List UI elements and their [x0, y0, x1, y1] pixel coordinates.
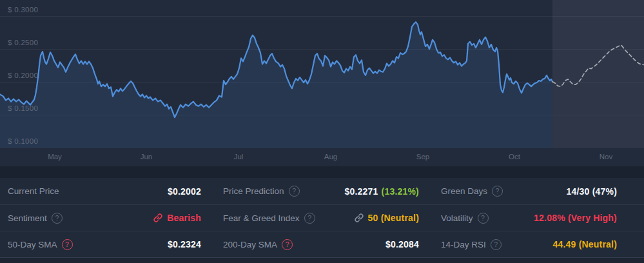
- stat-value: $0.2324: [168, 239, 201, 249]
- stat-label: 14-Day RSI ?: [441, 239, 502, 250]
- stat-label: 50-Day SMA ?: [8, 239, 73, 250]
- y-axis-label: $ 0.1500: [8, 104, 38, 112]
- stat-volatility: Volatility ? 12.08% (Very High): [441, 213, 617, 224]
- y-axis-label: $ 0.1000: [8, 137, 38, 145]
- stat-label-text: Current Price: [8, 186, 59, 196]
- stat-label-text: 50-Day SMA: [8, 240, 57, 249]
- crypto-price-widget: $ 0.3000$ 0.2500$ 0.2000$ 0.1500$ 0.1000…: [0, 0, 644, 263]
- stats-row-3: 50-Day SMA ? $0.2324 200-Day SMA ? $0.20…: [0, 231, 644, 257]
- x-axis-label: Aug: [324, 153, 337, 161]
- stat-value: 44.49 (Neutral): [553, 239, 617, 249]
- stat-value: $0.2271 (13.21%): [345, 186, 419, 197]
- stat-green-days: Green Days ? 14/30 (47%): [441, 186, 617, 197]
- prediction-change-value: (13.21%): [382, 186, 419, 197]
- stat-value: 14/30 (47%): [567, 186, 617, 197]
- stat-label: Current Price: [8, 186, 59, 196]
- volatility-value: 12.08% (Very High): [534, 213, 617, 223]
- stat-label: 200-Day SMA ?: [223, 239, 293, 250]
- sentiment-link[interactable]: Bearish: [153, 213, 201, 223]
- x-axis-label: Oct: [509, 153, 521, 161]
- help-icon[interactable]: ?: [492, 186, 503, 197]
- current-price-value: $0.2002: [168, 186, 201, 197]
- stat-sentiment: Sentiment ? Bearish: [8, 213, 201, 224]
- stat-label: Sentiment ?: [8, 213, 63, 224]
- rsi14-value: 44.49 (Neutral): [553, 239, 617, 249]
- green-days-value: 14/30 (47%): [567, 186, 617, 197]
- stat-label-text: 14-Day RSI: [441, 240, 486, 249]
- help-icon-alert[interactable]: ?: [282, 239, 293, 250]
- help-icon[interactable]: ?: [304, 213, 315, 224]
- price-area-fill: [0, 22, 552, 148]
- stat-14-day-rsi: 14-Day RSI ? 44.49 (Neutral): [441, 239, 617, 250]
- stat-fear-greed: Fear & Greed Index ? 50 (Neutral): [223, 213, 419, 224]
- stat-value: $0.2002: [168, 186, 201, 197]
- table-gap: [0, 166, 644, 178]
- x-axis-label: Jun: [141, 153, 153, 161]
- help-icon-alert[interactable]: ?: [62, 239, 73, 250]
- next-row-edge: [0, 257, 644, 263]
- link-icon: [153, 213, 162, 222]
- stat-label: Fear & Greed Index ?: [223, 213, 315, 224]
- stat-value: $0.2084: [385, 239, 419, 249]
- y-axis-label: $ 0.2000: [8, 72, 38, 79]
- stat-label: Green Days ?: [441, 186, 503, 197]
- y-axis-label: $ 0.2500: [8, 39, 38, 46]
- stat-price-prediction: Price Prediction ? $0.2271 (13.21%): [223, 186, 419, 197]
- x-axis-label: May: [48, 153, 62, 161]
- stat-200-day-sma: 200-Day SMA ? $0.2084: [223, 239, 419, 250]
- stat-label: Volatility ?: [441, 213, 489, 224]
- prediction-band: [552, 0, 644, 148]
- help-icon[interactable]: ?: [289, 186, 300, 197]
- link-icon: [355, 213, 364, 222]
- fear-greed-value: 50 (Neutral): [368, 213, 419, 223]
- stat-current-price: Current Price $0.2002: [8, 186, 201, 197]
- stat-label-text: Volatility: [441, 213, 473, 223]
- sentiment-value: Bearish: [167, 213, 201, 223]
- stat-50-day-sma: 50-Day SMA ? $0.2324: [8, 239, 201, 250]
- price-chart[interactable]: $ 0.3000$ 0.2500$ 0.2000$ 0.1500$ 0.1000…: [0, 0, 644, 166]
- help-icon[interactable]: ?: [52, 213, 63, 224]
- x-axis-label: Jul: [234, 153, 244, 161]
- x-axis-label: Sep: [416, 153, 429, 161]
- stat-label-text: Green Days: [441, 186, 487, 196]
- stat-label-text: Price Prediction: [223, 186, 284, 196]
- x-axis-label: Nov: [600, 153, 613, 161]
- stats-row-2: Sentiment ? Bearish Fear & Greed Index ?: [0, 204, 644, 231]
- sma50-value: $0.2324: [168, 239, 201, 249]
- stats-table: Current Price $0.2002 Price Prediction ?…: [0, 178, 644, 257]
- y-axis-label: $ 0.3000: [8, 6, 38, 14]
- price-chart-area: $ 0.3000$ 0.2500$ 0.2000$ 0.1500$ 0.1000…: [0, 0, 644, 166]
- stat-value: 12.08% (Very High): [534, 213, 617, 223]
- stat-label-text: Sentiment: [8, 213, 47, 223]
- prediction-price-value: $0.2271: [345, 186, 378, 197]
- fear-greed-link[interactable]: 50 (Neutral): [355, 213, 419, 223]
- stats-row-1: Current Price $0.2002 Price Prediction ?…: [0, 178, 644, 204]
- stat-label: Price Prediction ?: [223, 186, 300, 197]
- help-icon[interactable]: ?: [478, 213, 489, 224]
- sma200-value: $0.2084: [385, 239, 419, 249]
- stat-label-text: Fear & Greed Index: [223, 213, 300, 223]
- stat-label-text: 200-Day SMA: [223, 240, 277, 249]
- help-icon[interactable]: ?: [491, 239, 502, 250]
